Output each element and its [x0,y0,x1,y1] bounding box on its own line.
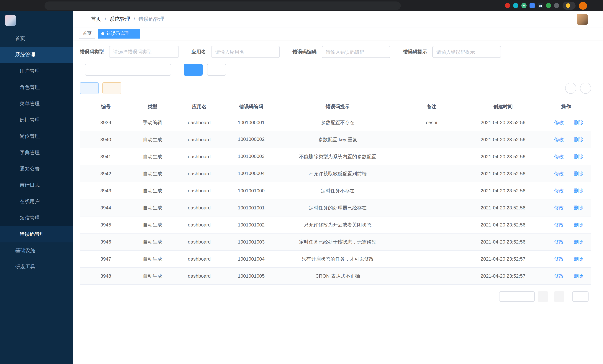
extension-icon-vue-devtools[interactable]: V [521,3,527,8]
cell-type: 自动生成 [132,204,173,211]
font-size-icon[interactable] [565,16,571,22]
sidebar-item-error-code-management[interactable]: 错误码管理 [0,226,73,243]
page-root: Von 首页 系统管理 用户管理 角色管理 [0,0,603,364]
edit-icon [549,206,553,210]
avatar[interactable] [577,13,588,25]
tab-error-code-management[interactable]: 错误码管理 [98,29,140,38]
fullscreen-icon[interactable] [553,16,559,22]
input-error-hint[interactable] [432,46,501,58]
refresh-table-button[interactable] [580,83,591,94]
sidebar-item-menu-management[interactable]: 菜单管理 [0,96,73,112]
logo[interactable] [0,11,73,30]
search-button[interactable] [184,64,203,76]
search-icon[interactable] [517,16,524,22]
tab-home[interactable]: 首页 [79,29,95,38]
select-error-code-type[interactable]: 请选择错误码类型 [109,46,179,58]
delete-link[interactable]: 删除 [568,239,583,245]
caret-down-icon[interactable] [593,17,597,21]
edit-link[interactable]: 修改 [549,273,564,279]
github-icon[interactable] [529,16,535,22]
home-icon [6,36,12,41]
cell-error-hint: 定时任务已经处于该状态，无需修改 [277,239,398,245]
delete-link[interactable]: 删除 [568,204,583,211]
sidebar-item-sms-management[interactable]: 短信管理 [0,210,73,226]
extension-icon-record[interactable] [505,3,510,8]
delete-link[interactable]: 删除 [568,221,583,228]
cell-app-name: dashboard [173,154,225,159]
input-error-code[interactable] [322,46,390,58]
bookmark-star-icon[interactable] [493,1,502,10]
error-code-input[interactable] [326,49,386,55]
sidebar-item-system-management[interactable]: 系统管理 [0,47,73,63]
end-date-input[interactable] [126,67,150,72]
sidebar-item-online-users[interactable]: 在线用户 [0,194,73,210]
start-date-input[interactable] [97,67,121,72]
sidebar-item-dept-management[interactable]: 部门管理 [0,112,73,128]
help-icon[interactable] [541,16,547,22]
error-code-table: 编号类型应用名错误码编码错误码提示备注创建时间操作 3939 手动编辑 dash… [80,99,591,285]
sidebar-item-infrastructure[interactable]: 基础设施 [0,243,73,259]
delete-link[interactable]: 删除 [568,153,583,160]
page-size-select[interactable] [499,291,535,302]
edit-link[interactable]: 修改 [549,170,564,177]
sidebar-item-role-management[interactable]: 角色管理 [0,79,73,96]
input-app-name[interactable] [211,46,280,58]
extension-icon-drop[interactable] [513,3,518,8]
delete-link[interactable]: 删除 [568,136,583,143]
reset-button[interactable] [207,64,226,76]
sidebar-item-user-management[interactable]: 用户管理 [0,63,73,79]
edit-link[interactable]: 修改 [549,221,564,228]
delete-link[interactable]: 删除 [568,187,583,194]
chevron-down-icon [527,294,531,299]
reload-icon[interactable] [23,1,32,10]
sidebar-item-dev-tools[interactable]: 研发工具 [0,259,73,275]
update-button[interactable] [579,2,587,10]
sidebar-item-dict-management[interactable]: 字典管理 [0,144,73,161]
paused-badge[interactable] [563,2,576,10]
sidebar-item-label: 菜单管理 [20,100,67,107]
sidebar-item-home[interactable]: 首页 [0,30,73,47]
delete-link[interactable]: 删除 [568,119,583,126]
sidebar-item-audit-log[interactable]: 审计日志 [0,177,73,194]
cell-error-code: 1001001005 [225,273,277,279]
hamburger-icon[interactable] [79,16,86,22]
toggle-search-button[interactable] [565,83,576,94]
breadcrumb-item[interactable]: 首页 [91,16,101,22]
tools-icon [6,264,12,270]
sidebar-item-notice-management[interactable]: 通知公告 [0,161,73,177]
sidebar-item-label: 在线用户 [20,198,67,205]
back-icon[interactable] [4,1,13,10]
tab-close-icon[interactable] [131,31,137,36]
delete-link[interactable]: 删除 [568,255,583,262]
delete-icon [568,274,573,278]
edit-link[interactable]: 修改 [549,204,564,211]
sidebar-item-post-management[interactable]: 岗位管理 [0,128,73,144]
delete-link[interactable]: 删除 [568,170,583,177]
app-name-input[interactable] [215,49,276,55]
edit-link[interactable]: 修改 [549,255,564,262]
export-button[interactable] [103,82,121,94]
goto-page-input[interactable] [572,291,589,302]
delete-icon [568,240,573,244]
forward-icon[interactable] [13,1,22,10]
next-page-button[interactable] [554,291,564,302]
address-bar[interactable] [45,1,401,10]
edit-link[interactable]: 修改 [549,136,564,143]
filter-field-create-time [80,64,171,76]
edit-link[interactable]: 修改 [549,119,564,126]
edit-link[interactable]: 修改 [549,239,564,245]
extension-icon-on-badge[interactable]: on [538,3,543,8]
extension-icon-grid[interactable] [530,3,535,8]
add-button[interactable] [80,82,99,94]
error-hint-input[interactable] [436,49,497,55]
delete-link[interactable]: 删除 [568,273,583,279]
create-time-range-picker[interactable] [85,64,171,76]
extension-icon-leaf[interactable] [546,3,551,8]
prev-page-button[interactable] [538,291,548,302]
edit-link[interactable]: 修改 [549,187,564,194]
extension-icon-pin[interactable] [554,3,559,8]
breadcrumb-item[interactable]: 系统管理 [109,16,130,22]
edit-link[interactable]: 修改 [549,153,564,160]
browser-home-icon[interactable] [33,1,42,10]
browser-menu-icon[interactable] [590,1,599,10]
